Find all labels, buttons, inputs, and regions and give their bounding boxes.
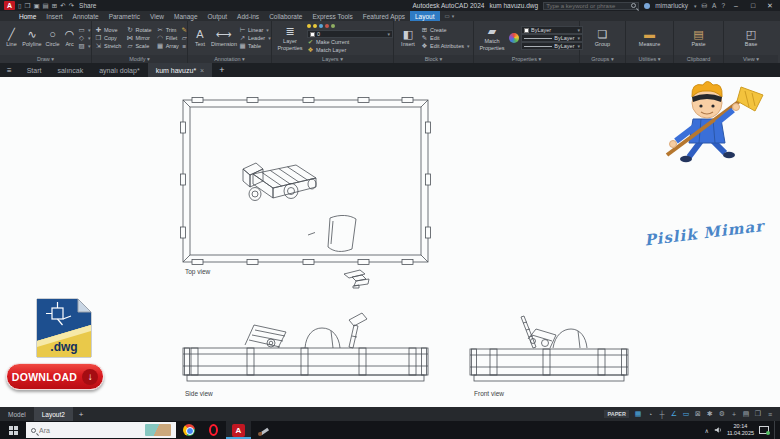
opera-taskbar-icon[interactable] [201, 421, 226, 439]
panel-title-properties[interactable]: Properties ▾ [474, 55, 579, 63]
open-folder-icon[interactable]: ❒ [25, 1, 31, 10]
volume-icon[interactable] [714, 426, 722, 434]
download-button[interactable]: DOWNLOAD ↓ [6, 363, 104, 390]
stretch-tool[interactable]: ⇲Stretch [95, 42, 121, 50]
grid-icon[interactable]: ▦ [632, 410, 644, 418]
front-view-drawing[interactable] [470, 316, 628, 381]
toy-shovel-side[interactable] [349, 313, 367, 348]
panel-title-draw[interactable]: Draw ▾ [0, 55, 91, 63]
copy-tool[interactable]: ❐Copy [95, 34, 121, 42]
panel-title-utilities[interactable]: Utilities ▾ [626, 55, 673, 63]
doc-tab-kum-havuzu[interactable]: kum havuzu* × [148, 63, 213, 77]
close-button[interactable]: ✕ [764, 2, 776, 10]
tab-addins[interactable]: Add-ins [232, 11, 264, 21]
tray-app-icon[interactable] [759, 426, 769, 434]
minimize-button[interactable]: – [730, 2, 742, 9]
color-wheel-icon[interactable] [509, 33, 519, 43]
tab-home[interactable]: Home [14, 11, 41, 21]
arc-tool[interactable]: ◠ Arc [63, 28, 76, 47]
layout2-tab[interactable]: Layout2 [34, 407, 73, 421]
panel-title-block[interactable]: Block ▾ [394, 55, 473, 63]
share-button[interactable]: Share [79, 2, 96, 9]
panel-title-view[interactable]: View ▾ [724, 55, 778, 63]
toy-truck-top[interactable] [243, 163, 316, 201]
circle-tool[interactable]: ○ Circle [44, 28, 61, 47]
layer-properties-tool[interactable]: ≣ Layer Properties [275, 25, 305, 50]
search-highlight-image[interactable] [145, 424, 171, 436]
tab-insert[interactable]: Insert [41, 11, 67, 21]
search-icon[interactable] [631, 3, 636, 8]
save-icon[interactable]: ▣ [33, 1, 39, 10]
doc-tab-start[interactable]: Start [19, 63, 50, 77]
panel-title-modify[interactable]: Modify ▾ [92, 55, 187, 63]
add-icon[interactable]: + [728, 411, 740, 418]
autocad-logo-icon[interactable]: A [4, 1, 15, 10]
object-snap-icon[interactable]: ⊠ [692, 410, 704, 418]
tab-layout[interactable]: Layout [410, 11, 440, 21]
customize-menu-icon[interactable]: ≡ [764, 411, 776, 418]
match-layer-tool[interactable]: ❖Match Layer [307, 46, 393, 54]
scale-tool[interactable]: ▱Scale [126, 42, 151, 50]
mirror-tool[interactable]: ⋈Mirror [126, 34, 151, 42]
linetype-dropdown[interactable]: ByLayer [521, 42, 583, 50]
restore-button[interactable]: □ [747, 2, 759, 9]
ellipse-tool[interactable]: ◇ [78, 34, 91, 42]
toy-panel-top[interactable] [328, 215, 356, 251]
layer-isolate-icon[interactable] [325, 24, 329, 28]
plot-icon[interactable]: ⊞ [52, 1, 57, 10]
toy-digger-top[interactable] [344, 270, 369, 288]
new-layout-button[interactable]: + [73, 407, 90, 421]
model-tab[interactable]: Model [0, 407, 34, 421]
fillet-tool[interactable]: ◠Fillet [157, 34, 179, 42]
ribbon-display-toggle[interactable]: ▭ [440, 11, 460, 21]
toy-dome-front[interactable] [553, 329, 587, 348]
snap-icon[interactable]: ◔ [644, 411, 656, 418]
tab-view[interactable]: View [145, 11, 169, 21]
tab-featured-apps[interactable]: Featured Apps [358, 11, 410, 21]
layer-freeze-icon[interactable] [313, 24, 317, 28]
panel-title-annotation[interactable]: Annotation ▾ [188, 55, 271, 63]
make-current-tool[interactable]: ✔Make Current [307, 38, 393, 46]
help-search-box[interactable] [543, 2, 639, 10]
toy-mark-top[interactable] [308, 233, 315, 236]
hatch-tool[interactable]: ▨ [78, 42, 91, 50]
tab-collaborate[interactable]: Collaborate [264, 11, 307, 21]
group-tool[interactable]: ❏ Group [590, 28, 616, 47]
annotation-scale-icon[interactable]: ✱ [704, 410, 716, 418]
polyline-tool[interactable]: ∿ Polyline [22, 28, 42, 47]
measure-tool[interactable]: ▬ Measure [635, 28, 665, 47]
username[interactable]: mimarlucky [655, 2, 688, 9]
move-tool[interactable]: ✚Move [95, 26, 121, 34]
drawing-canvas[interactable]: Top view Side view Front view Pislik Mim… [0, 77, 780, 407]
new-file-icon[interactable]: ▯ [18, 1, 22, 10]
save-all-icon[interactable]: ▤ [43, 1, 49, 10]
app-store-icon[interactable]: ⛁ [702, 1, 707, 10]
clock[interactable]: 20:14 11.04.2025 [727, 423, 754, 436]
undo-icon[interactable]: ↶ [60, 1, 65, 10]
base-view-tool[interactable]: ◰ Base [738, 28, 764, 47]
panel-title-layers[interactable]: Layers ▾ [272, 55, 393, 63]
edit-block-tool[interactable]: ✎Edit [421, 34, 469, 42]
tray-expand-icon[interactable]: ∧ [704, 427, 708, 434]
paper-space-badge[interactable]: PAPER [604, 410, 629, 418]
help-search-input[interactable] [546, 3, 631, 9]
rotate-tool[interactable]: ↻Rotate [126, 26, 151, 34]
help-icon[interactable]: ? [721, 1, 725, 10]
toy-truck-side[interactable] [245, 325, 286, 348]
trim-tool[interactable]: ✂Trim [157, 26, 179, 34]
text-tool[interactable]: A Text [191, 28, 209, 47]
close-tab-icon[interactable]: × [200, 67, 204, 74]
tab-annotate[interactable]: Annotate [68, 11, 104, 21]
taskbar-search-input[interactable] [39, 427, 142, 434]
side-view-drawing[interactable] [183, 313, 428, 381]
layer-on-icon[interactable] [307, 24, 311, 28]
clean-screen-icon[interactable]: ❒ [752, 410, 764, 418]
toy-dome-side[interactable] [305, 328, 340, 348]
leader-tool[interactable]: ↗Leader [239, 34, 271, 42]
start-button[interactable] [0, 421, 26, 439]
doc-tab-aynali-dolap[interactable]: aynalı dolap* [91, 63, 147, 77]
top-view-drawing[interactable] [181, 98, 431, 289]
lineweight-dropdown[interactable]: ByLayer [521, 34, 583, 42]
layer-dropdown[interactable]: 0 [307, 30, 393, 38]
user-caret-icon[interactable] [693, 2, 697, 9]
